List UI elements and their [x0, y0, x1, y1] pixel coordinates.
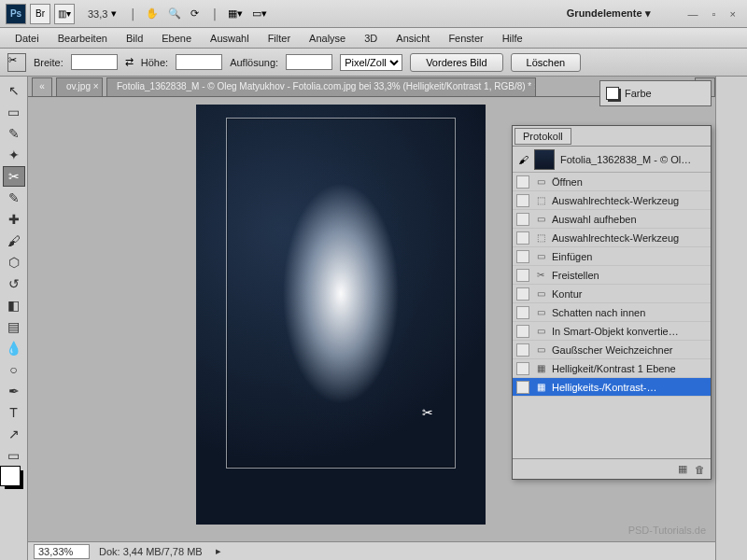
type-tool[interactable]: T [3, 402, 25, 423]
move-tool[interactable]: ↖ [3, 80, 25, 101]
history-step-icon: ▦ [533, 362, 548, 375]
history-list: ▭Öffnen⬚Auswahlrechteck-Werkzeug▭Auswahl… [513, 173, 711, 458]
menu-ebene[interactable]: Ebene [152, 33, 201, 44]
front-image-button[interactable]: Vorderes Bild [410, 53, 502, 72]
history-checkbox[interactable] [516, 306, 529, 319]
clear-button[interactable]: Löschen [511, 53, 582, 72]
tab-prev[interactable]: « [32, 77, 52, 96]
history-footer: ▦ 🗑 [513, 458, 711, 479]
wand-tool[interactable]: ✦ [3, 145, 25, 165]
history-thumb [534, 149, 555, 170]
history-tab[interactable]: Protokoll [514, 128, 571, 145]
history-step-label: Schatten nach innen [552, 307, 707, 318]
width-input[interactable] [71, 54, 118, 70]
path-tool[interactable]: ↗ [3, 424, 25, 444]
eraser-tool[interactable]: ◧ [3, 295, 25, 315]
history-step-icon: ✂ [533, 269, 548, 282]
dodge-tool[interactable]: ○ [3, 359, 25, 380]
history-checkbox[interactable] [516, 325, 529, 338]
crop-tool[interactable]: ✂ [3, 166, 25, 187]
history-panel: Protokoll 🖌 Fotolia_1362838_M - © Ol… ▭Ö… [512, 125, 712, 480]
history-item[interactable]: ▦Helligkeit/Kontrast 1 Ebene [513, 359, 711, 378]
menu-analyse[interactable]: Analyse [300, 33, 355, 44]
history-checkbox[interactable] [516, 213, 529, 226]
bridge-icon[interactable]: Br [30, 4, 50, 24]
app-icon[interactable]: Ps [6, 4, 26, 24]
history-checkbox[interactable] [516, 231, 529, 245]
status-zoom[interactable]: 33,33% [34, 544, 90, 559]
history-item[interactable]: ⬚Auswahlrechteck-Werkzeug [513, 191, 711, 210]
stamp-tool[interactable]: ⬡ [3, 252, 25, 273]
marquee-tool[interactable]: ▭ [3, 102, 25, 122]
menu-auswahl[interactable]: Auswahl [201, 33, 259, 44]
color-swatches[interactable] [5, 470, 23, 489]
window-controls[interactable]: — ▫ × [688, 8, 741, 20]
history-checkbox[interactable] [516, 194, 529, 207]
zoom-level[interactable]: 33,3 [88, 8, 107, 20]
right-dock[interactable] [715, 77, 747, 560]
hand-icon[interactable]: ✋ [146, 7, 159, 20]
lasso-tool[interactable]: ✎ [3, 123, 25, 144]
screen-icon[interactable]: ▭▾ [252, 7, 267, 20]
unit-select[interactable]: Pixel/Zoll [340, 54, 402, 71]
height-input[interactable] [176, 54, 222, 70]
history-checkbox[interactable] [516, 250, 529, 263]
color-swatch-icon [606, 87, 619, 100]
history-item[interactable]: ▦Helligkeits-/Kontrast-… [513, 378, 711, 397]
menu-datei[interactable]: Datei [6, 33, 49, 44]
history-step-label: Auswahl aufheben [552, 214, 707, 225]
color-panel-label: Farbe [625, 88, 652, 99]
brush-tool[interactable]: 🖌 [3, 231, 25, 251]
eyedropper-tool[interactable]: ✎ [3, 188, 25, 208]
document-tab-2[interactable]: Fotolia_1362838_M - © Oleg Matyukhov - F… [106, 77, 536, 96]
color-panel[interactable]: Farbe [599, 80, 712, 106]
trash-icon[interactable]: 🗑 [695, 464, 705, 475]
menu-bearbeiten[interactable]: Bearbeiten [49, 33, 117, 44]
crop-tool-icon[interactable]: ✂ [7, 53, 26, 72]
history-step-label: Gaußscher Weichzeichner [552, 344, 707, 356]
history-item[interactable]: ▭Gaußscher Weichzeichner [513, 341, 711, 359]
history-item[interactable]: ⬚Auswahlrechteck-Werkzeug [513, 229, 711, 247]
heal-tool[interactable]: ✚ [3, 209, 25, 230]
blur-tool[interactable]: 💧 [3, 338, 25, 358]
canvas[interactable]: ✂ [196, 105, 486, 525]
history-document-row[interactable]: 🖌 Fotolia_1362838_M - © Ol… [513, 147, 711, 173]
layout-icon[interactable]: ▥▾ [54, 4, 75, 24]
document-tab-1[interactable]: ov.jpg × [56, 77, 103, 96]
history-step-label: Helligkeits-/Kontrast-… [552, 382, 707, 393]
menu-3d[interactable]: 3D [355, 33, 387, 44]
history-item[interactable]: ▭Einfügen [513, 247, 711, 266]
menu-ansicht[interactable]: Ansicht [387, 33, 439, 44]
history-item[interactable]: ▭Schatten nach innen [513, 303, 711, 322]
resolution-input[interactable] [286, 54, 332, 70]
history-checkbox[interactable] [516, 343, 529, 357]
menu-filter[interactable]: Filter [259, 33, 300, 44]
crop-cursor-icon: ✂ [422, 405, 439, 422]
menu-hilfe[interactable]: Hilfe [493, 33, 532, 44]
history-checkbox[interactable] [516, 287, 529, 301]
width-label: Breite: [34, 57, 63, 68]
history-brush-tool[interactable]: ↺ [3, 273, 25, 294]
menu-fenster[interactable]: Fenster [439, 33, 492, 44]
history-item[interactable]: ✂Freistellen [513, 266, 711, 285]
zoom-icon[interactable]: 🔍 [168, 7, 181, 20]
history-item[interactable]: ▭Öffnen [513, 173, 711, 191]
history-checkbox[interactable] [516, 269, 529, 282]
gradient-tool[interactable]: ▤ [3, 316, 25, 337]
rotate-icon[interactable]: ⟳ [190, 7, 199, 20]
history-step-label: Helligkeit/Kontrast 1 Ebene [552, 363, 707, 374]
history-checkbox[interactable] [516, 362, 529, 375]
title-bar: Ps Br ▥▾ 33,3 ▾ │ ✋ 🔍 ⟳ │ ▦▾ ▭▾ Grundele… [0, 0, 747, 28]
history-item[interactable]: ▭Auswahl aufheben [513, 210, 711, 229]
workspace-selector[interactable]: Grundelemente ▾ [567, 7, 651, 20]
arrange-icon[interactable]: ▦▾ [228, 7, 243, 20]
new-snapshot-icon[interactable]: ▦ [678, 463, 687, 475]
history-checkbox[interactable] [516, 381, 529, 394]
pen-tool[interactable]: ✒ [3, 381, 25, 401]
menu-bild[interactable]: Bild [117, 33, 152, 44]
history-item[interactable]: ▭Kontur [513, 285, 711, 303]
swap-icon[interactable]: ⇄ [125, 56, 134, 68]
history-checkbox[interactable] [516, 175, 529, 189]
shape-tool[interactable]: ▭ [3, 445, 25, 466]
history-item[interactable]: ▭In Smart-Objekt konvertie… [513, 322, 711, 341]
